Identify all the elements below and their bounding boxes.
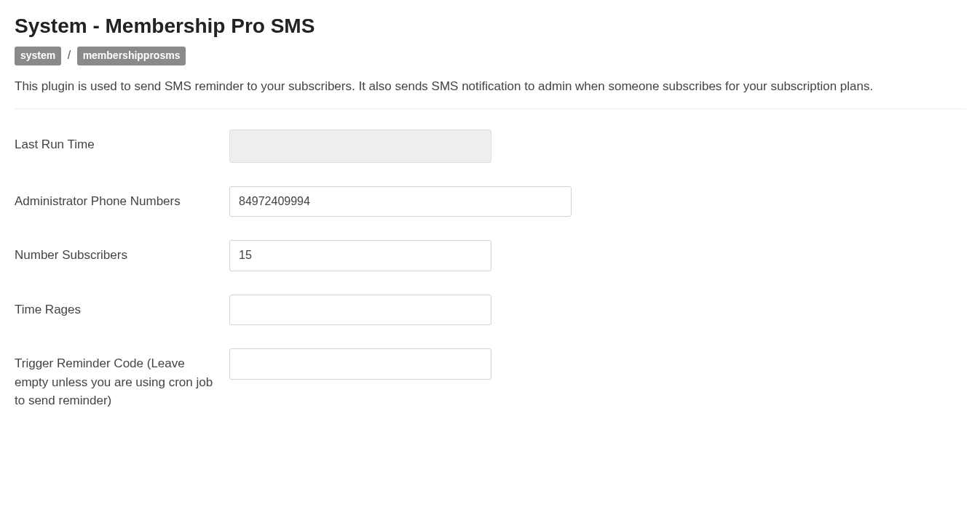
- number-subscribers-input[interactable]: [229, 240, 491, 271]
- form-row-last-run-time: Last Run Time: [15, 129, 965, 163]
- breadcrumb-group-badge: system: [15, 47, 61, 65]
- breadcrumb: system / membershipprosms: [15, 47, 965, 65]
- admin-phone-label: Administrator Phone Numbers: [15, 186, 229, 211]
- last-run-time-label: Last Run Time: [15, 129, 229, 154]
- form-row-number-subscribers: Number Subscribers: [15, 240, 965, 271]
- admin-phone-input[interactable]: [229, 186, 572, 217]
- form-row-time-rages: Time Rages: [15, 295, 965, 325]
- form-row-trigger-reminder-code: Trigger Reminder Code (Leave empty unles…: [15, 348, 965, 410]
- plugin-description: This plugin is used to send SMS reminder…: [15, 77, 961, 96]
- page-title: System - Membership Pro SMS: [15, 15, 965, 38]
- last-run-time-input: [229, 129, 491, 163]
- breadcrumb-separator: /: [68, 49, 71, 62]
- time-rages-label: Time Rages: [15, 295, 229, 319]
- breadcrumb-element-badge: membershipprosms: [77, 47, 186, 65]
- trigger-reminder-code-input[interactable]: [229, 348, 491, 379]
- time-rages-input[interactable]: [229, 295, 491, 325]
- divider: [15, 108, 965, 109]
- number-subscribers-label: Number Subscribers: [15, 240, 229, 265]
- trigger-reminder-code-label: Trigger Reminder Code (Leave empty unles…: [15, 348, 229, 410]
- form-row-admin-phone: Administrator Phone Numbers: [15, 186, 965, 217]
